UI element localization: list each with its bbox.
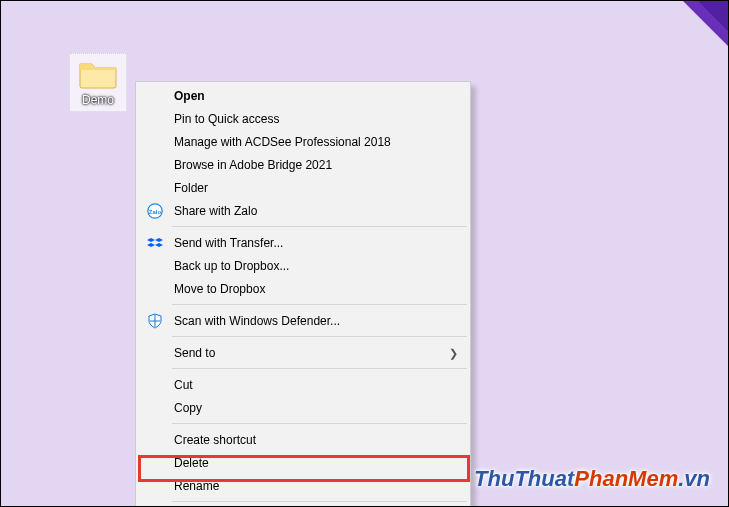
menu-label: Send with Transfer... (174, 236, 283, 250)
chevron-right-icon: ❯ (449, 346, 458, 359)
menu-delete[interactable]: Delete (138, 451, 468, 474)
menu-pin-quick-access[interactable]: Pin to Quick access (138, 107, 468, 130)
menu-label: Rename (174, 479, 219, 493)
page-corner-fold-inner (698, 1, 728, 31)
menu-label: Open (174, 89, 205, 103)
menu-label: Manage with ACDSee Professional 2018 (174, 135, 391, 149)
menu-dropbox-send[interactable]: Send with Transfer... (138, 231, 468, 254)
menu-label: Delete (174, 456, 209, 470)
context-menu: Open Pin to Quick access Manage with ACD… (135, 81, 471, 507)
menu-acdsee[interactable]: Manage with ACDSee Professional 2018 (138, 130, 468, 153)
menu-label: Back up to Dropbox... (174, 259, 289, 273)
menu-separator (172, 226, 467, 227)
menu-label: Scan with Windows Defender... (174, 314, 340, 328)
menu-folder[interactable]: Folder (138, 176, 468, 199)
folder-icon (78, 58, 118, 90)
watermark-part3: .vn (678, 466, 710, 491)
menu-open[interactable]: Open (138, 84, 468, 107)
menu-windows-defender[interactable]: Scan with Windows Defender... (138, 309, 468, 332)
defender-shield-icon (146, 312, 164, 330)
menu-separator (172, 423, 467, 424)
watermark-part2: PhanMem (574, 466, 678, 491)
menu-label: Send to (174, 346, 215, 360)
menu-copy[interactable]: Copy (138, 396, 468, 419)
svg-text:Zalo: Zalo (149, 209, 162, 215)
menu-cut[interactable]: Cut (138, 373, 468, 396)
menu-separator (172, 304, 467, 305)
zalo-icon: Zalo (146, 202, 164, 220)
menu-label: Copy (174, 401, 202, 415)
desktop-folder-label: Demo (72, 93, 124, 107)
menu-rename[interactable]: Rename (138, 474, 468, 497)
menu-send-to[interactable]: Send to ❯ (138, 341, 468, 364)
menu-dropbox-move[interactable]: Move to Dropbox (138, 277, 468, 300)
menu-label: Move to Dropbox (174, 282, 265, 296)
menu-separator (172, 501, 467, 502)
menu-separator (172, 368, 467, 369)
dropbox-icon (146, 234, 164, 252)
menu-create-shortcut[interactable]: Create shortcut (138, 428, 468, 451)
menu-label: Share with Zalo (174, 204, 257, 218)
menu-label: Folder (174, 181, 208, 195)
menu-label: Pin to Quick access (174, 112, 279, 126)
watermark: ThuThuatPhanMem.vn (474, 466, 710, 492)
menu-label: Browse in Adobe Bridge 2021 (174, 158, 332, 172)
menu-separator (172, 336, 467, 337)
menu-adobe-bridge[interactable]: Browse in Adobe Bridge 2021 (138, 153, 468, 176)
menu-dropbox-backup[interactable]: Back up to Dropbox... (138, 254, 468, 277)
menu-label: Create shortcut (174, 433, 256, 447)
menu-share-zalo[interactable]: Zalo Share with Zalo (138, 199, 468, 222)
watermark-part1: ThuThuat (474, 466, 574, 491)
desktop-folder-demo[interactable]: Demo (69, 53, 127, 112)
menu-label: Cut (174, 378, 193, 392)
